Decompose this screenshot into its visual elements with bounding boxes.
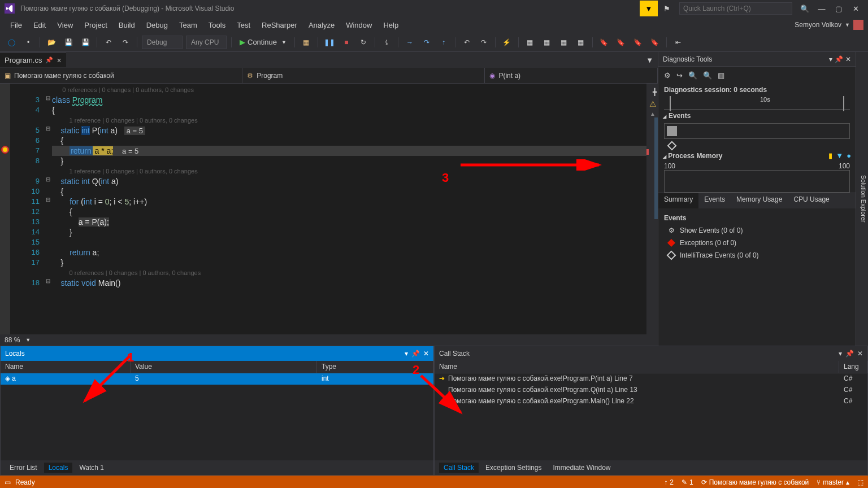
breakpoint-icon[interactable] bbox=[1, 146, 9, 154]
redo2-button[interactable]: ↷ bbox=[477, 36, 491, 49]
tab-exception-settings[interactable]: Exception Settings bbox=[481, 463, 546, 473]
redo-button[interactable]: ↷ bbox=[119, 36, 132, 49]
menu-analyze[interactable]: Analyze bbox=[303, 19, 340, 32]
step-into-button[interactable]: → bbox=[403, 36, 416, 49]
tab-dropdown-icon[interactable]: ▼ bbox=[641, 56, 658, 64]
nav-method-combo[interactable]: ◉P(int a) bbox=[485, 68, 658, 83]
menu-test[interactable]: Test bbox=[231, 19, 256, 32]
menu-view[interactable]: View bbox=[51, 19, 79, 32]
bookmark3-button[interactable]: 🔖 bbox=[631, 36, 645, 49]
panel-dropdown-icon[interactable]: ▾ bbox=[829, 55, 832, 63]
menu-team[interactable]: Team bbox=[173, 19, 203, 32]
menu-resharper[interactable]: ReSharper bbox=[256, 19, 303, 32]
panel-close-icon[interactable]: ✕ bbox=[845, 55, 851, 63]
gc-marker-icon[interactable]: ▮ bbox=[828, 151, 832, 160]
callstack-row[interactable]: Помогаю маме гуляю с собакой.exe!Program… bbox=[435, 385, 867, 396]
nav-class-combo[interactable]: ⚙Program bbox=[242, 68, 485, 83]
cs-pin-icon[interactable]: 📌 bbox=[845, 350, 854, 358]
quick-launch-input[interactable] bbox=[679, 2, 792, 15]
box1-button[interactable]: ▦ bbox=[523, 36, 537, 49]
tab-locals[interactable]: Locals bbox=[44, 463, 73, 473]
cs-dropdown-icon[interactable]: ▾ bbox=[839, 350, 842, 358]
tab-close-button[interactable]: × bbox=[57, 56, 61, 65]
status-sync-icon[interactable]: ⬚ bbox=[857, 478, 863, 486]
callstack-row[interactable]: Помогаю маме гуляю с собакой.exe!Program… bbox=[435, 396, 867, 407]
save-button[interactable]: 💾 bbox=[62, 36, 75, 49]
tab-call-stack[interactable]: Call Stack bbox=[439, 463, 479, 473]
bookmark2-button[interactable]: 🔖 bbox=[614, 36, 628, 49]
status-branch[interactable]: ⑂ master ▴ bbox=[817, 478, 849, 486]
status-pending-changes[interactable]: ↑ 2 bbox=[664, 478, 674, 486]
menu-help[interactable]: Help bbox=[377, 19, 404, 32]
status-edits[interactable]: ✎ 1 bbox=[682, 478, 693, 486]
locals-pin-icon[interactable]: 📌 bbox=[411, 350, 420, 358]
diag-timeline[interactable]: 10s bbox=[664, 96, 850, 110]
intellitrace-button[interactable]: ⚡ bbox=[500, 36, 514, 49]
menu-file[interactable]: File bbox=[5, 19, 28, 32]
diag-show-events[interactable]: ⚙Show Events (0 of 0) bbox=[658, 224, 856, 237]
code-lines[interactable]: 0 references | 0 changes | 0 authors, 0 … bbox=[52, 84, 658, 334]
menu-tools[interactable]: Tools bbox=[203, 19, 231, 32]
callstack-row[interactable]: ➔Помогаю маме гуляю с собакой.exe!Progra… bbox=[435, 373, 867, 385]
status-project[interactable]: ⟳ Помогаю маме гуляю с собакой bbox=[701, 478, 809, 486]
gear-icon[interactable]: ⚙ bbox=[664, 71, 671, 80]
locals-dropdown-icon[interactable]: ▾ bbox=[405, 350, 408, 358]
menu-debug[interactable]: Debug bbox=[141, 19, 173, 32]
menu-window[interactable]: Window bbox=[340, 19, 377, 32]
minimize-button[interactable]: — bbox=[814, 1, 830, 16]
diag-memory-header[interactable]: Process Memory bbox=[668, 152, 722, 160]
zoom-combo[interactable]: 88 %▼ bbox=[0, 334, 658, 346]
menu-project[interactable]: Project bbox=[79, 19, 112, 32]
config-combo[interactable]: Debug bbox=[142, 36, 183, 49]
show-next-button[interactable]: ⤹ bbox=[380, 36, 393, 49]
diag-tab-summary[interactable]: Summary bbox=[658, 193, 698, 208]
code-editor[interactable]: 34 5678 91011121314151617 18 ⊟⊟⊟⊟⊟ 0 ref… bbox=[0, 84, 658, 334]
solution-explorer-tab[interactable]: Solution Explorer bbox=[856, 52, 868, 346]
diag-events-header[interactable]: Events bbox=[658, 110, 856, 122]
pin-icon[interactable]: 📌 bbox=[45, 56, 53, 64]
step-over-button[interactable]: ↷ bbox=[420, 36, 433, 49]
notifications-filter-button[interactable]: ▼ bbox=[640, 1, 658, 16]
zoom-out-icon[interactable]: 🔍 bbox=[703, 71, 712, 80]
bookmark4-button[interactable]: 🔖 bbox=[648, 36, 662, 49]
menu-build[interactable]: Build bbox=[113, 19, 141, 32]
locals-row-a[interactable]: ◈ a 5 int bbox=[1, 373, 433, 385]
maximize-button[interactable]: ▢ bbox=[831, 1, 847, 16]
locals-close-icon[interactable]: ✕ bbox=[423, 350, 429, 358]
scroll-up-icon[interactable]: ▲ bbox=[650, 111, 656, 117]
step-out-button[interactable]: ↑ bbox=[437, 36, 450, 49]
menu-edit[interactable]: Edit bbox=[28, 19, 51, 32]
bookmark-button[interactable]: 🔖 bbox=[597, 36, 611, 49]
cs-close-icon[interactable]: ✕ bbox=[857, 350, 863, 358]
platform-combo[interactable]: Any CPU bbox=[186, 36, 227, 49]
zoom-in-icon[interactable]: 🔍 bbox=[688, 71, 697, 80]
search-icon[interactable]: 🔍 bbox=[797, 1, 813, 16]
minimap-scrollbar[interactable]: ╋ ⚠ ▲ bbox=[646, 84, 658, 334]
diag-tab-events[interactable]: Events bbox=[698, 193, 731, 208]
undo-button[interactable]: ↶ bbox=[102, 36, 115, 49]
diag-intellitrace[interactable]: IntelliTrace Events (0 of 0) bbox=[658, 249, 856, 262]
tab-immediate-window[interactable]: Immediate Window bbox=[548, 463, 615, 473]
tab-error-list[interactable]: Error List bbox=[5, 463, 42, 473]
file-tab-program[interactable]: Program.cs 📌 × bbox=[0, 53, 66, 67]
feedback-button[interactable]: ⚑ bbox=[659, 1, 675, 16]
nav-fwd-button[interactable]: • bbox=[21, 36, 35, 49]
nav-back-button[interactable]: ◯ bbox=[5, 36, 18, 49]
box2-button[interactable]: ▦ bbox=[540, 36, 554, 49]
diag-exceptions[interactable]: Exceptions (0 of 0) bbox=[658, 237, 856, 249]
panel-pin-icon[interactable]: 📌 bbox=[835, 55, 843, 63]
stop-button[interactable]: ■ bbox=[340, 36, 353, 49]
open-file-button[interactable]: 📂 bbox=[45, 36, 58, 49]
nav-namespace-combo[interactable]: ▣Помогаю маме гуляю с собакой bbox=[0, 68, 242, 83]
export-icon[interactable]: ↪ bbox=[676, 71, 683, 80]
user-avatar[interactable] bbox=[853, 20, 863, 30]
diag-tab-memory[interactable]: Memory Usage bbox=[731, 193, 788, 208]
box4-button[interactable]: ▦ bbox=[574, 36, 588, 49]
diag-tab-cpu[interactable]: CPU Usage bbox=[788, 193, 835, 208]
split-icon[interactable]: ╋ bbox=[653, 88, 657, 96]
tab-watch1[interactable]: Watch 1 bbox=[75, 463, 108, 473]
restart-button[interactable]: ↻ bbox=[357, 36, 370, 49]
pause-button[interactable]: ❚❚ bbox=[323, 36, 336, 49]
save-all-button[interactable]: 💾 bbox=[79, 36, 92, 49]
snapshot-marker-icon[interactable]: ▼ bbox=[836, 151, 843, 160]
